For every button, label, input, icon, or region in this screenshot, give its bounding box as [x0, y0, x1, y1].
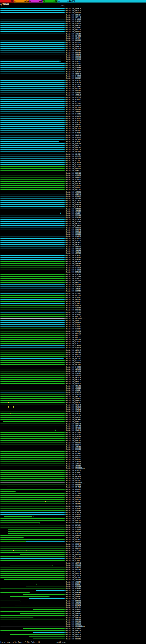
hit-label[interactable]: UniRef100_C6TJW9: [66, 189, 81, 191]
alignment-bar[interactable]: [0, 373, 65, 374]
hit-label[interactable]: UniRef100_Q9LKL8: [66, 216, 81, 218]
hit-label[interactable]: UniRef100_C0P4S8: [66, 522, 81, 524]
alignment-bar[interactable]: [0, 320, 65, 321]
alignment-bar[interactable]: [0, 295, 65, 296]
alignment-bar[interactable]: [0, 103, 65, 104]
alignment-bar[interactable]: [0, 449, 65, 449]
alignment-bar[interactable]: [0, 383, 65, 384]
alignment-bar[interactable]: [0, 398, 65, 399]
alignment-bar[interactable]: [0, 190, 65, 190]
alignment-bar[interactable]: [0, 27, 65, 28]
alignment-bar[interactable]: [0, 539, 65, 540]
hit-label[interactable]: UniRef100_B6TNY0: [66, 261, 81, 262]
hit-label[interactable]: UniRef100_UPI0001...: [66, 482, 85, 484]
hit-label[interactable]: UniRef100_A9TBQ7: [66, 632, 81, 634]
alignment-bar[interactable]: [0, 110, 65, 110]
hit-label[interactable]: UniRef100_B9RPL3: [66, 508, 81, 509]
hit-label[interactable]: UniRef100_C6TB27: [66, 244, 81, 246]
hit-label[interactable]: UniRef100_B9NB72: [66, 170, 81, 172]
alignment-bar[interactable]: [0, 577, 65, 578]
hit-label[interactable]: UniRef100_A7JJ15: [66, 100, 81, 102]
alignment-bar[interactable]: [0, 326, 65, 327]
hit-label[interactable]: UniRef100_C5YD45: [66, 292, 81, 294]
hit-label[interactable]: UniRef100_A7QJE3: [66, 33, 81, 35]
alignment-bar[interactable]: [0, 38, 65, 38]
hit-label[interactable]: UniRef100_P24422: [66, 198, 81, 199]
alignment-bar[interactable]: [0, 50, 65, 51]
alignment-bar[interactable]: [0, 196, 65, 196]
hit-label[interactable]: UniRef100_B4FQ18: [66, 478, 81, 480]
alignment-bar[interactable]: [0, 468, 18, 468]
alignment-bar[interactable]: [10, 596, 49, 597]
hit-label[interactable]: UniRef100_B9SSU4: [66, 583, 81, 585]
hit-label[interactable]: UniRef100_Q39844: [66, 276, 81, 277]
hit-label[interactable]: UniRef100_C0YYJ3: [66, 145, 81, 147]
alignment-bar[interactable]: [0, 508, 65, 508]
hit-label[interactable]: UniRef100_A8MJ55: [66, 368, 81, 370]
alignment-bar[interactable]: [0, 331, 65, 332]
hit-label[interactable]: UniRef100_C5X019: [66, 383, 81, 385]
alignment-bar[interactable]: [0, 563, 65, 563]
alignment-bar[interactable]: [0, 94, 65, 95]
alignment-bar[interactable]: [0, 457, 65, 458]
hit-label[interactable]: UniRef100_Q9FY14: [66, 14, 81, 16]
hit-label[interactable]: UniRef100_Q39883: [66, 92, 81, 94]
hit-label[interactable]: UniRef100_Q9LXV3: [66, 301, 81, 303]
alignment-bar[interactable]: [0, 238, 65, 239]
hit-label[interactable]: UniRef100_Q75961: [66, 286, 81, 288]
alignment-bar[interactable]: [0, 230, 65, 230]
hit-label[interactable]: UniRef100_A8MJ21: [66, 351, 81, 353]
alignment-bar[interactable]: [0, 208, 65, 209]
hit-label[interactable]: UniRef100_B8LFG9: [66, 31, 81, 33]
hit-label[interactable]: UniRef100_C5UJF3: [66, 183, 81, 184]
hit-label[interactable]: UniRef100_Q41975: [66, 267, 81, 269]
alignment-bar[interactable]: [0, 124, 65, 125]
alignment-bar[interactable]: [33, 632, 65, 633]
hit-label[interactable]: UniRef100_Q29714: [66, 240, 81, 242]
hit-label[interactable]: UniRef100_Q99F77: [66, 320, 81, 322]
alignment-bar[interactable]: [0, 592, 29, 593]
hit-label[interactable]: UniRef100_C67411: [66, 223, 81, 224]
alignment-bar[interactable]: [0, 299, 65, 300]
hit-label[interactable]: UniRef100_Q9SM46: [66, 322, 81, 324]
hit-label[interactable]: UniRef100_B8B5P4: [66, 516, 81, 518]
alignment-bar[interactable]: [0, 274, 65, 274]
hit-label[interactable]: UniRef100_B9N7U5: [66, 440, 81, 442]
hit-label[interactable]: UniRef100_Q5DVT2: [66, 238, 81, 240]
alignment-bar[interactable]: [20, 554, 65, 555]
alignment-bar[interactable]: [0, 114, 65, 114]
alignment-bar[interactable]: [0, 80, 65, 81]
alignment-bar[interactable]: [0, 284, 65, 285]
hit-label[interactable]: UniRef100_Q94TM5: [66, 454, 81, 456]
hit-label[interactable]: UniRef100_B8AD30: [66, 636, 81, 638]
alignment-bar[interactable]: [0, 29, 65, 30]
hit-label[interactable]: UniRef100_B9HT16: [66, 615, 81, 616]
hit-label[interactable]: UniRef100_Q86376: [66, 630, 81, 632]
alignment-bar[interactable]: [0, 63, 65, 64]
hit-label[interactable]: UniRef100_B9GRL4: [66, 594, 81, 596]
hit-label[interactable]: UniRef100_A5BU21: [66, 587, 81, 589]
alignment-bar[interactable]: [0, 440, 65, 441]
hit-label[interactable]: UniRef100_A7QQF3: [66, 581, 81, 583]
hit-label[interactable]: UniRef100_Q9SRV5: [66, 558, 81, 560]
alignment-bar[interactable]: [3, 421, 65, 422]
alignment-bar[interactable]: [0, 242, 65, 243]
alignment-bar[interactable]: [0, 72, 65, 72]
alignment-bar[interactable]: [0, 354, 65, 354]
alignment-bar[interactable]: [0, 97, 65, 98]
alignment-bar[interactable]: [0, 584, 36, 584]
alignment-bar[interactable]: [0, 261, 65, 262]
alignment-bar[interactable]: [0, 19, 65, 20]
alignment-bar[interactable]: [0, 21, 65, 22]
alignment-bar[interactable]: [0, 409, 65, 410]
hit-label[interactable]: UniRef100_B9NC70: [66, 600, 81, 602]
hit-label[interactable]: UniRef100_Q69JT9: [66, 396, 81, 398]
alignment-bar[interactable]: [0, 42, 65, 43]
hit-label[interactable]: UniRef100_B9I109: [66, 448, 81, 450]
alignment-bar[interactable]: [0, 430, 55, 430]
hit-label[interactable]: UniRef100_P29587: [66, 434, 81, 436]
alignment-bar[interactable]: [0, 527, 65, 528]
hit-label[interactable]: UniRef100_Q7XJ33: [66, 343, 81, 345]
alignment-bar[interactable]: [0, 52, 65, 53]
alignment-bar[interactable]: [0, 426, 65, 426]
